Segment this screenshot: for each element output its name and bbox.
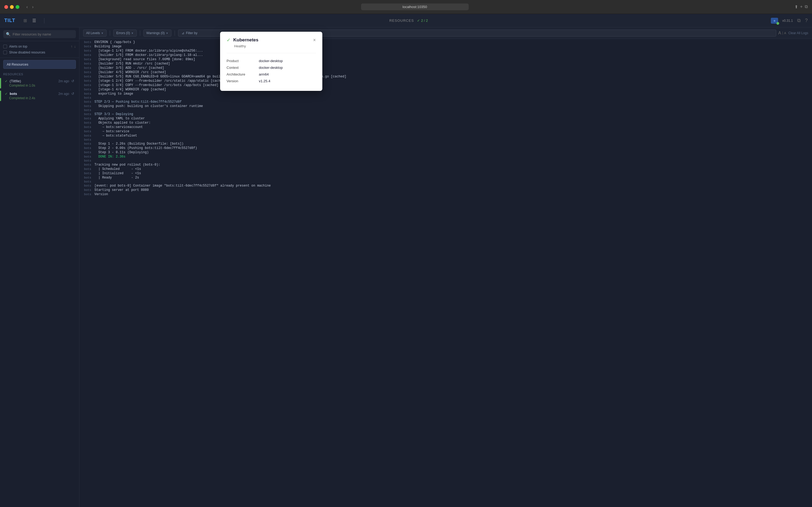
log-source: bots [80, 83, 94, 87]
log-line: bots Applying YAML to cluster [80, 116, 812, 121]
sidebar: 🔍 Alerts on top ↑ ↓ Show disabled resour… [0, 27, 80, 507]
snapshots-button[interactable]: ⧉ [797, 18, 801, 23]
log-text: → bots:service [94, 129, 130, 133]
log-line: bots Objects applied to cluster: [80, 121, 812, 125]
all-resources-button[interactable]: All Resources [3, 60, 76, 69]
share-icon[interactable]: ⬆ [795, 4, 798, 9]
minimize-button[interactable] [10, 5, 14, 9]
log-line: bots [80, 96, 812, 100]
sort-icons: ↑ ↓ [71, 44, 76, 48]
log-text: [builder 4/5] WORKDIR /src [cached] [94, 70, 166, 74]
errors-button[interactable]: Errors (0) ▼ [113, 30, 137, 37]
fullscreen-button[interactable] [16, 5, 19, 9]
font-small-button[interactable]: A [784, 31, 786, 36]
back-button[interactable]: ‹ [25, 3, 29, 10]
log-source: bots [80, 180, 94, 183]
log-text: [stage-1 2/4] COPY --from=builder /src/s… [94, 79, 226, 83]
log-source: bots [80, 79, 94, 82]
font-large-button[interactable]: A [778, 31, 781, 36]
log-line: bots [background] read source files 7.66… [80, 57, 812, 62]
alerts-checkbox[interactable] [3, 45, 7, 48]
warnings-label: Warnings (0) [146, 31, 165, 35]
log-text: ENVIRON { /app/bots } [94, 40, 135, 44]
search-input[interactable] [13, 32, 73, 36]
log-text: Step 2 - 0.00s (Pushing bots:tilt-6dec7f… [94, 146, 197, 150]
k8s-close-button[interactable]: × [313, 38, 316, 43]
tiltfile-reload-icon[interactable]: ↺ [71, 79, 74, 83]
warnings-button[interactable]: Warnings (0) ▼ [143, 30, 171, 37]
tiltfile-resource-item[interactable]: ✓ (Tiltfile) 2m ago ↺ Completed in 1.0s [2, 77, 78, 89]
sidebar-filters: Alerts on top ↑ ↓ Show disabled resource… [0, 41, 79, 58]
log-line: bots Step 1 - 2.26s (Building Dockerfile… [80, 142, 812, 146]
k8s-field-value: v1.25.4 [259, 79, 270, 83]
log-line: bots [builder 1/5] FROM docker.io/librar… [80, 53, 812, 57]
errors-label: Errors (0) [116, 31, 130, 35]
log-source: bots [80, 184, 94, 187]
browser-chrome: ‹ › localhost:10350 ⬆ + ⧉ [0, 0, 812, 14]
log-line: bots Step 2 - 0.00s (Pushing bots:tilt-6… [80, 146, 812, 150]
browser-controls: ‹ › [25, 3, 35, 10]
log-source: bots [80, 130, 94, 133]
log-line: bots [80, 180, 812, 184]
search-box: 🔍 [0, 27, 79, 41]
log-text: → bots:serviceaccount [94, 125, 143, 129]
log-line: botsStarting server at port 8080 [80, 188, 812, 192]
log-source: bots [80, 92, 94, 96]
log-text: [event: pod bots-0] Container image "bot… [94, 184, 271, 188]
forward-button[interactable]: › [31, 3, 35, 10]
bots-time: 2m ago [58, 92, 69, 96]
help-button[interactable]: ? [805, 18, 808, 23]
k8s-field-value: docker-desktop [259, 66, 283, 70]
resources-section-label: RESOURCES [0, 71, 79, 77]
k8s-healthy-icon: ✓ [226, 37, 231, 43]
text-size-buttons: A | A [778, 31, 786, 36]
bots-reload-icon[interactable]: ↺ [71, 92, 74, 96]
log-source: bots [80, 109, 94, 112]
sort-asc-icon[interactable]: ↑ [71, 44, 73, 48]
k8s-status-text: Healthy [226, 44, 316, 48]
k8s-field-row: Contextdocker-desktop [226, 64, 316, 71]
log-text: exporting to image [94, 92, 133, 96]
kubernetes-button[interactable]: ⎈ [771, 18, 778, 24]
log-line: bots | Ready - 2s [80, 176, 812, 180]
k8s-field-key: Architecture [226, 72, 259, 76]
k8s-field-key: Context [226, 66, 259, 70]
sort-desc-icon[interactable]: ↓ [74, 44, 76, 48]
k8s-fields: Productdocker-desktopContextdocker-deskt… [226, 58, 316, 84]
log-text: Starting server at port 8080 [94, 188, 149, 192]
log-source: bots [80, 142, 94, 146]
list-view-button[interactable]: ☰ [31, 17, 38, 24]
app-header: TILT ⊞ ☰ RESOURCES ✓ 2 / 2 ⎈ v0.31.1 ⧉ ? [0, 14, 812, 27]
log-line: bots [builder 5/5] RUN CGO_ENABLED=0 GOO… [80, 74, 812, 79]
log-text: [stage-1 1/4] FROM docker.io/library/alp… [94, 49, 203, 53]
tiltfile-header: ✓ (Tiltfile) 2m ago ↺ [5, 79, 74, 83]
bots-subtitle: Completed in 2.4s [5, 96, 74, 100]
log-line: bots DONE IN: 2.36s [80, 155, 812, 159]
close-button[interactable] [4, 5, 8, 9]
log-source: bots [80, 88, 94, 91]
k8s-field-value: arm64 [259, 72, 269, 76]
grid-view-button[interactable]: ⊞ [22, 17, 29, 24]
address-bar[interactable]: localhost:10350 [361, 3, 469, 10]
filter-sep-2 [140, 31, 140, 36]
clear-all-logs-button[interactable]: Clear All Logs [788, 31, 808, 35]
version-label: v0.31.1 [782, 19, 793, 22]
log-area: All Levels ▼ Errors (0) ▼ Warnings (0) ▼… [80, 27, 812, 507]
sidebar-icon[interactable]: ⧉ [805, 4, 808, 9]
search-icon: 🔍 [6, 32, 10, 36]
log-line: bots [80, 159, 812, 163]
bots-header: ✓ bots 2m ago ↺ [5, 92, 74, 96]
disabled-checkbox[interactable] [3, 51, 7, 54]
all-levels-button[interactable]: All Levels ▼ [83, 30, 107, 37]
disabled-filter-row: Show disabled resources [3, 50, 76, 55]
bots-resource-item[interactable]: ✓ bots 2m ago ↺ Completed in 2.4s [2, 90, 78, 102]
log-line: botsENVIRON { /app/bots } [80, 40, 812, 44]
log-line: bots Step 3 - 0.11s (Deploying) [80, 150, 812, 155]
log-source: bots [80, 193, 94, 196]
new-tab-icon[interactable]: + [800, 4, 803, 9]
log-source: bots [80, 155, 94, 158]
log-text: [builder 1/5] FROM docker.io/library/gol… [94, 53, 203, 57]
log-line: bots → bots:service [80, 129, 812, 133]
log-content[interactable]: botsENVIRON { /app/bots }botsBuilding im… [80, 39, 812, 507]
k8s-icon: ⎈ [773, 19, 775, 22]
